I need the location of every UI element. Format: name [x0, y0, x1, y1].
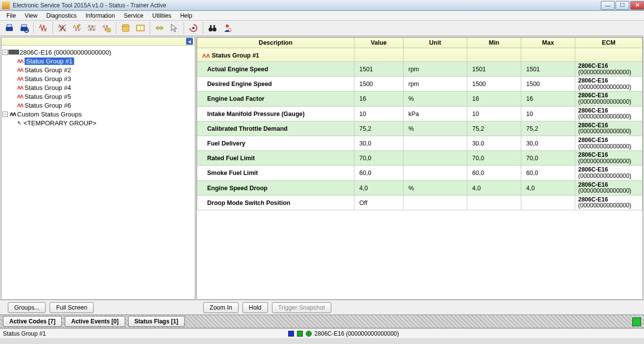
- wave-edit2-icon[interactable]: [100, 22, 113, 34]
- full-screen-button[interactable]: Full Screen: [50, 302, 93, 313]
- trigger-snapshot-button[interactable]: Trigger Snapshot: [272, 302, 331, 313]
- table-row[interactable]: Droop Mode Switch PositionOff2806C-E16(0…: [197, 195, 643, 210]
- col-description[interactable]: Description: [197, 38, 354, 48]
- cell-value: 70,0: [354, 151, 403, 166]
- collapse-tree-icon[interactable]: ◄: [186, 38, 193, 45]
- menu-view[interactable]: View: [20, 11, 42, 20]
- wave-strike-icon[interactable]: [85, 22, 98, 34]
- tree-ecm-root[interactable]: − 2806C-E16 (000000000000000): [2, 48, 194, 57]
- table-row[interactable]: Engine Load Factor16%16162806C-E16(00000…: [197, 91, 643, 106]
- menu-service[interactable]: Service: [119, 11, 148, 20]
- table-row[interactable]: Rated Fuel Limit70,070,070,02806C-E16(00…: [197, 151, 643, 166]
- tree-custom-groups[interactable]: − ᴧᴧ Custom Status Groups: [2, 110, 194, 118]
- svg-point-18: [213, 28, 216, 31]
- toolbar: [0, 21, 644, 36]
- cell-min: 1500: [467, 77, 521, 91]
- svg-rect-9: [122, 25, 129, 31]
- cell-ecm: 2806C-E16(000000000000000): [575, 195, 643, 210]
- binoculars-icon[interactable]: [206, 22, 219, 34]
- svg-point-21: [226, 25, 229, 28]
- cell-description: Engine Speed Droop: [197, 180, 354, 195]
- book-open-icon[interactable]: [134, 22, 147, 34]
- table-row[interactable]: Calibrated Throttle Demand75,2%75,275,22…: [197, 121, 643, 136]
- wave-icon[interactable]: [37, 22, 50, 34]
- cell-value: 30,0: [354, 136, 403, 150]
- status-mid: 2806C-E16 (000000000000000): [288, 330, 399, 337]
- col-max[interactable]: Max: [521, 38, 575, 48]
- menu-file[interactable]: File: [2, 11, 20, 20]
- table-row[interactable]: Smoke Fuel Limit60,060,060,02806C-E16(00…: [197, 166, 643, 180]
- tree-status-group-5[interactable]: ᴧᴧ Status Group #5: [2, 92, 194, 101]
- svg-rect-3: [22, 25, 27, 27]
- tree-status-group-4[interactable]: ᴧᴧ Status Group #4: [2, 83, 194, 92]
- svg-point-17: [209, 28, 213, 31]
- col-ecm[interactable]: ECM: [575, 38, 643, 48]
- book-icon[interactable]: [119, 22, 132, 34]
- wave-edit-icon[interactable]: [71, 22, 83, 34]
- cell-value: 10: [354, 106, 403, 121]
- tree-status-group-3[interactable]: ᴧᴧ Status Group #3: [2, 74, 194, 83]
- svg-rect-13: [141, 26, 143, 30]
- cell-min: 75,2: [467, 121, 521, 136]
- tab-status-flags[interactable]: Status Flags [1]: [128, 316, 185, 327]
- print-icon[interactable]: [3, 22, 16, 34]
- main-area: ◄ − 2806C-E16 (000000000000000) ᴧᴧ Statu…: [0, 36, 644, 300]
- cell-ecm: 2806C-E16(000000000000000): [575, 136, 643, 150]
- wave-x-icon[interactable]: [56, 22, 69, 34]
- table-row[interactable]: Fuel Delivery30,030,030,02806C-E16(00000…: [197, 136, 643, 150]
- cell-description: Fuel Delivery: [197, 136, 354, 150]
- table-group-row: ᴧᴧ Status Group #1: [197, 48, 643, 62]
- tree-status-group-6[interactable]: ᴧᴧ Status Group #6: [2, 101, 194, 110]
- cell-description: Desired Engine Speed: [197, 77, 354, 91]
- svg-rect-15: [161, 27, 163, 29]
- button-bar: Groups... Full Screen Zoom In Hold Trigg…: [0, 300, 644, 315]
- status-left: Status Group #1: [3, 330, 46, 337]
- tree-item-label: Status Group #3: [25, 75, 71, 83]
- person-icon[interactable]: [221, 22, 234, 34]
- cell-description: Droop Mode Switch Position: [197, 195, 354, 210]
- col-value[interactable]: Value: [354, 38, 403, 48]
- cell-max: 10: [521, 106, 575, 121]
- tree-status-group-1[interactable]: ᴧᴧ Status Group #1: [2, 57, 194, 65]
- status-ecm: 2806C-E16 (000000000000000): [315, 330, 399, 337]
- menu-diagnostics[interactable]: Diagnostics: [42, 11, 81, 20]
- collapse-icon[interactable]: −: [2, 50, 8, 55]
- cell-max: [521, 195, 575, 210]
- minimize-button[interactable]: —: [601, 1, 615, 10]
- transfer-icon[interactable]: [153, 22, 166, 34]
- cursor-icon[interactable]: [168, 22, 181, 34]
- cell-ecm: 2806C-E16(000000000000000): [575, 121, 643, 136]
- groups-button[interactable]: Groups...: [8, 302, 46, 313]
- cell-max: 16: [521, 91, 575, 106]
- cell-min: 4,0: [467, 180, 521, 195]
- col-min[interactable]: Min: [467, 38, 521, 48]
- menu-information[interactable]: Information: [81, 11, 119, 20]
- col-unit[interactable]: Unit: [403, 38, 467, 48]
- maximize-button[interactable]: ☐: [616, 1, 629, 10]
- tree-temporary-group[interactable]: ↖ <TEMPORARY GROUP>: [2, 118, 194, 127]
- table-row[interactable]: Desired Engine Speed1500rpm150015002806C…: [197, 77, 643, 91]
- tab-active-codes[interactable]: Active Codes [7]: [3, 316, 62, 327]
- cell-unit: rpm: [403, 77, 467, 91]
- table-row[interactable]: Intake Manifold Pressure (Gauge)10kPa101…: [197, 106, 643, 121]
- table-row[interactable]: Engine Speed Droop4,0%4,04,02806C-E16(00…: [197, 180, 643, 195]
- wave-icon: ᴧᴧ: [17, 84, 23, 91]
- zoom-in-button[interactable]: Zoom In: [203, 302, 239, 313]
- tree-item-label: Status Group #1: [25, 57, 74, 65]
- menu-help[interactable]: Help: [176, 11, 197, 20]
- app-icon: [2, 1, 10, 9]
- close-button[interactable]: ✕: [630, 1, 644, 10]
- svg-rect-8: [107, 29, 110, 32]
- collapse-icon[interactable]: −: [2, 112, 8, 117]
- cell-description: Smoke Fuel Limit: [197, 166, 354, 180]
- hold-button[interactable]: Hold: [242, 302, 268, 313]
- cell-max: 75,2: [521, 121, 575, 136]
- print-preview-icon[interactable]: [18, 22, 30, 34]
- tab-active-events[interactable]: Active Events [0]: [65, 316, 125, 327]
- cell-min: 30,0: [467, 136, 521, 150]
- table-empty-area: [197, 210, 643, 299]
- swirl-icon[interactable]: [187, 22, 200, 34]
- table-row[interactable]: Actual Engine Speed1501rpm150115012806C-…: [197, 62, 643, 77]
- menu-utilities[interactable]: Utilities: [148, 11, 176, 20]
- tree-status-group-2[interactable]: ᴧᴧ Status Group #2: [2, 65, 194, 74]
